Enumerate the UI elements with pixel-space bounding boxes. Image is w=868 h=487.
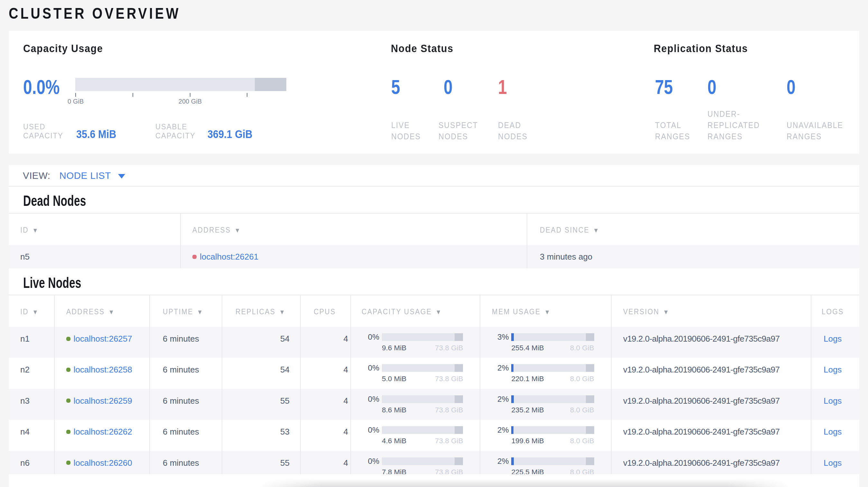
capacity-bar-other-segment xyxy=(455,457,463,465)
live-node-cpus: 4 xyxy=(300,358,350,389)
axis-label-200gib: 200 GiB xyxy=(164,97,216,105)
sort-desc-icon: ▼ xyxy=(32,309,38,316)
header-label-wrap: ID ▼ xyxy=(20,226,38,234)
sort-desc-icon: ▼ xyxy=(197,309,203,316)
mem-bar-labels: 235.2 MiB 8.0 GiB xyxy=(511,406,594,414)
live-node-row: n4 localhost:26262 6 minutes 53 4 0% 4.6… xyxy=(9,420,859,451)
dead-col-header-dead-since[interactable]: DEAD SINCE ▼ xyxy=(527,214,859,245)
live-col-header-logs[interactable]: LOGS xyxy=(811,295,859,327)
suspect-nodes-count: 0 xyxy=(444,75,453,98)
mem-bar xyxy=(511,364,594,372)
capacity-total-value: 73.8 GiB xyxy=(435,375,463,383)
mem-bar-line: 3% xyxy=(492,333,594,341)
live-col-header-address[interactable]: ADDRESS ▼ xyxy=(54,295,149,327)
mem-bar-other-segment xyxy=(586,333,594,341)
live-node-address-link[interactable]: localhost:26262 xyxy=(74,426,132,437)
address-line: localhost:26261 xyxy=(192,252,258,262)
live-node-uptime: 6 minutes xyxy=(149,389,222,420)
mem-total-value: 8.0 GiB xyxy=(570,344,594,352)
live-col-header-id[interactable]: ID ▼ xyxy=(9,295,54,327)
capacity-used-value: 8.6 MiB xyxy=(382,406,406,414)
dead-node-address-cell: localhost:26261 xyxy=(180,245,527,268)
live-node-mem-usage-cell: 2% 199.6 MiB 8.0 GiB xyxy=(480,420,611,451)
live-node-uptime: 6 minutes xyxy=(149,451,222,475)
live-node-logs-cell: Logs xyxy=(811,451,859,475)
capacity-percent: 0% xyxy=(363,364,379,372)
mem-percent: 2% xyxy=(492,426,509,434)
address-line: localhost:26260 xyxy=(66,458,132,468)
live-node-cpus: 4 xyxy=(300,389,350,420)
live-node-version: v19.2.0-alpha.20190606-2491-gfe735c9a97 xyxy=(611,451,811,475)
logs-link[interactable]: Logs xyxy=(824,364,842,375)
logs-link[interactable]: Logs xyxy=(824,396,842,406)
address-line: localhost:26257 xyxy=(66,333,132,344)
capacity-used-value: 4.6 MiB xyxy=(382,437,406,445)
live-col-header-version[interactable]: VERSION ▼ xyxy=(611,295,811,327)
mem-bar-other-segment xyxy=(586,364,594,372)
header-label-wrap: REPLICAS ▼ xyxy=(236,307,285,316)
logs-link[interactable]: Logs xyxy=(824,458,842,468)
sort-desc-icon: ▼ xyxy=(279,309,285,316)
address-line: localhost:26259 xyxy=(66,396,132,406)
mem-used-value: 225.5 MiB xyxy=(511,468,544,475)
under-replicated-count: 0 xyxy=(708,75,716,98)
live-node-address-link[interactable]: localhost:26257 xyxy=(74,333,132,344)
live-col-header-cpus[interactable]: CPUS xyxy=(300,295,350,327)
dead-node-address-link[interactable]: localhost:26261 xyxy=(200,252,258,262)
live-node-address-link[interactable]: localhost:26258 xyxy=(74,364,132,375)
live-node-version: v19.2.0-alpha.20190606-2491-gfe735c9a97 xyxy=(611,420,811,451)
mem-percent: 2% xyxy=(492,457,509,465)
live-status-dot-icon xyxy=(66,337,70,341)
capacity-percent: 0% xyxy=(363,395,379,403)
sort-desc-icon: ▼ xyxy=(593,227,599,234)
live-col-header-capacity-usage[interactable]: CAPACITY USAGE ▼ xyxy=(350,295,480,327)
mem-bar-used-segment xyxy=(511,426,513,434)
header-label-wrap: CPUS xyxy=(314,307,336,316)
live-col-header-replicas[interactable]: REPLICAS ▼ xyxy=(222,295,300,327)
node-list-panel: VIEW: NODE LIST Dead Nodes ID ▼ ADDRESS … xyxy=(9,165,859,487)
live-node-replicas: 53 xyxy=(222,420,300,451)
usable-capacity-value: 369.1 GiB xyxy=(208,128,253,140)
mem-bar-line: 2% xyxy=(492,457,594,465)
mem-used-value: 220.1 MiB xyxy=(511,375,544,383)
capacity-usage-section: Capacity Usage 0.0% 0 GiB 200 GiB USED C… xyxy=(23,31,377,154)
live-node-replicas: 54 xyxy=(222,358,300,389)
live-node-cpus: 4 xyxy=(300,420,350,451)
live-node-row: n1 localhost:26257 6 minutes 54 4 0% 9.6… xyxy=(9,327,859,358)
dead-nodes-heading: Dead Nodes xyxy=(23,192,86,209)
live-col-header-uptime[interactable]: UPTIME ▼ xyxy=(149,295,222,327)
mem-used-value: 199.6 MiB xyxy=(511,437,544,445)
mem-bar-used-segment xyxy=(511,333,514,341)
live-node-mem-usage-cell: 2% 220.1 MiB 8.0 GiB xyxy=(480,358,611,389)
live-node-replicas: 54 xyxy=(222,327,300,358)
dead-col-header-id[interactable]: ID ▼ xyxy=(9,214,180,245)
dead-nodes-table: ID ▼ ADDRESS ▼ DEAD SINCE ▼ n5 xyxy=(9,213,859,268)
mem-used-value: 255.4 MiB xyxy=(511,344,544,352)
live-node-address-link[interactable]: localhost:26260 xyxy=(74,458,132,468)
dead-col-header-address[interactable]: ADDRESS ▼ xyxy=(180,214,527,245)
live-node-address-link[interactable]: localhost:26259 xyxy=(74,396,132,406)
live-node-uptime: 6 minutes xyxy=(149,420,222,451)
live-col-header-mem-usage[interactable]: MEM USAGE ▼ xyxy=(480,295,611,327)
view-selector-dropdown[interactable]: NODE LIST xyxy=(60,170,125,181)
live-nodes-table: ID ▼ ADDRESS ▼ UPTIME ▼ RE xyxy=(9,295,859,474)
live-node-id: n3 xyxy=(9,389,54,420)
sort-desc-icon: ▼ xyxy=(32,227,38,234)
capacity-total-value: 73.8 GiB xyxy=(435,468,463,475)
dead-nodes-header-row: ID ▼ ADDRESS ▼ DEAD SINCE ▼ xyxy=(9,213,859,245)
view-selected-value[interactable]: NODE LIST xyxy=(60,170,111,181)
logs-link[interactable]: Logs xyxy=(824,333,842,344)
mem-bar-labels: 220.1 MiB 8.0 GiB xyxy=(511,375,594,383)
capacity-bar-labels: 9.6 MiB 73.8 GiB xyxy=(382,344,463,352)
cluster-summary-card: Capacity Usage 0.0% 0 GiB 200 GiB USED C… xyxy=(9,31,859,154)
mem-bar-other-segment xyxy=(586,457,594,465)
live-node-address-cell: localhost:26262 xyxy=(54,420,149,451)
mem-bar xyxy=(511,395,594,403)
live-node-id: n4 xyxy=(9,420,54,451)
capacity-percent: 0% xyxy=(363,333,379,341)
capacity-percent: 0% xyxy=(363,426,379,434)
logs-link[interactable]: Logs xyxy=(824,426,842,437)
live-node-version: v19.2.0-alpha.20190606-2491-gfe735c9a97 xyxy=(611,389,811,420)
live-node-address-cell: localhost:26258 xyxy=(54,358,149,389)
capacity-bar-line: 0% xyxy=(363,333,463,341)
